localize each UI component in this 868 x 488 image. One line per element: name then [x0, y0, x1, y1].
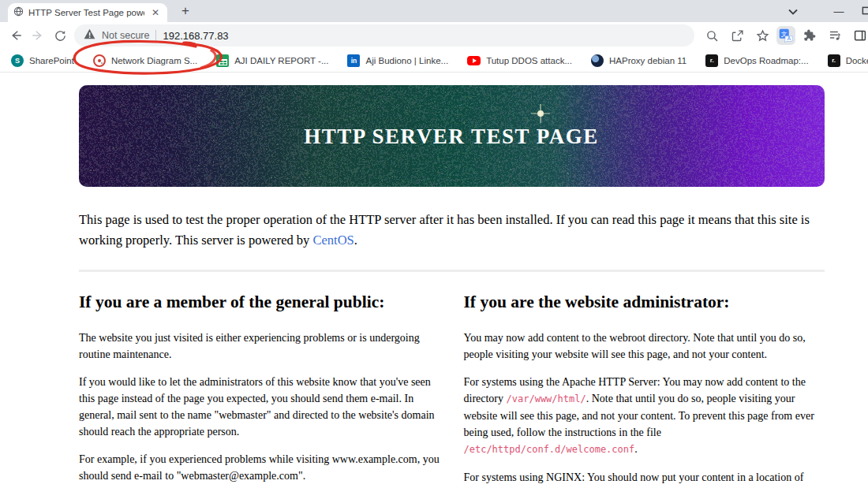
- sharepoint-icon: S: [11, 54, 24, 67]
- welcome-conf-code: /etc/httpd/conf.d/welcome.conf: [464, 444, 635, 455]
- general-public-p2: If you would like to let the administrat…: [79, 374, 440, 440]
- bookmark-docker-roadmap[interactable]: r. Docker Roadmap -...: [828, 54, 868, 67]
- google-translate-icon[interactable]: 文A: [776, 26, 795, 45]
- share-icon[interactable]: [726, 24, 748, 47]
- address-bar[interactable]: Not secure 192.168.77.83: [74, 24, 694, 47]
- apache-path-code: /var/www/html/: [507, 393, 586, 404]
- url-text: 192.168.77.83: [163, 30, 228, 42]
- maximize-button[interactable]: [852, 6, 868, 17]
- bookmark-sharepoint[interactable]: S SharePoint: [11, 54, 74, 67]
- toolbar: Not secure 192.168.77.83 文A: [0, 22, 868, 49]
- two-column-section: If you are a member of the general publi…: [79, 292, 825, 488]
- general-public-heading: If you are a member of the general publi…: [79, 292, 440, 312]
- linkedin-icon: in: [347, 54, 360, 67]
- minimize-button[interactable]: —: [825, 6, 852, 17]
- bookmark-label: Aji Budiono | Linke...: [365, 56, 448, 65]
- banner-title: HTTP SERVER TEST PAGE: [304, 125, 598, 148]
- search-icon[interactable]: [701, 24, 723, 47]
- extensions-puzzle-icon[interactable]: [799, 24, 821, 47]
- security-label: Not secure: [102, 30, 149, 41]
- forward-icon[interactable]: [27, 24, 49, 47]
- side-panel-icon[interactable]: [849, 24, 868, 47]
- tab-close-icon[interactable]: ✕: [149, 7, 162, 18]
- url-divider: [155, 30, 156, 41]
- tab-search-chevron-icon[interactable]: [780, 6, 806, 17]
- tab-strip: HTTP Server Test Page powered ✕ + —: [0, 0, 868, 22]
- window-controls: —: [780, 0, 868, 22]
- administrator-column: If you are the website administrator: Yo…: [464, 292, 825, 488]
- media-playlist-icon[interactable]: [824, 24, 846, 47]
- administrator-p3-nginx: For systems using NGINX: You should now …: [464, 469, 825, 488]
- bookmark-linkedin[interactable]: in Aji Budiono | Linke...: [347, 54, 448, 67]
- not-secure-warning-icon: [84, 28, 95, 43]
- new-tab-button[interactable]: +: [177, 2, 194, 20]
- horizontal-rule: [79, 270, 825, 272]
- bookmark-aji-daily-report[interactable]: AJI DAILY REPORT -...: [216, 54, 328, 67]
- svg-text:A: A: [788, 35, 791, 41]
- nginx-text: For systems using NGINX: You should now …: [464, 471, 804, 488]
- intro-text-end: .: [354, 233, 357, 248]
- haproxy-icon: [591, 54, 604, 67]
- bookmark-network-diagram[interactable]: Network Diagram S...: [93, 54, 197, 67]
- google-sheets-icon: [216, 54, 229, 67]
- general-public-column: If you are a member of the general publi…: [79, 292, 440, 488]
- banner-image: HTTP SERVER TEST PAGE: [79, 85, 825, 187]
- page-content: HTTP SERVER TEST PAGE This page is used …: [0, 73, 868, 488]
- toolbar-right-icons: 文A: [701, 24, 863, 47]
- reload-icon[interactable]: [49, 24, 71, 47]
- bookmark-label: AJI DAILY REPORT -...: [234, 56, 328, 65]
- bookmark-label: DevOps Roadmap:...: [724, 56, 808, 65]
- bookmark-label: Network Diagram S...: [111, 56, 197, 65]
- network-diagram-icon: [93, 54, 106, 67]
- roadmap-icon: r.: [705, 54, 718, 67]
- tab-title: HTTP Server Test Page powered: [28, 8, 144, 17]
- bookmark-label: Tutup DDOS attack...: [486, 56, 572, 65]
- bookmarks-bar: S SharePoint Network Diagram S... AJI DA…: [0, 49, 868, 73]
- apache-text-3: .: [634, 443, 638, 455]
- administrator-heading: If you are the website administrator:: [464, 292, 825, 312]
- bookmark-label: SharePoint: [29, 56, 74, 65]
- bookmark-star-icon[interactable]: [751, 24, 773, 47]
- bookmark-label: Docker Roadmap -...: [846, 56, 868, 65]
- bookmark-devops-roadmap[interactable]: r. DevOps Roadmap:...: [705, 54, 808, 67]
- globe-favicon-icon: [13, 6, 24, 20]
- browser-window: HTTP Server Test Page powered ✕ + —: [0, 0, 868, 488]
- back-icon[interactable]: [5, 24, 27, 47]
- administrator-p2-apache: For systems using the Apache HTTP Server…: [464, 374, 825, 458]
- general-public-p1: The website you just visited is either e…: [79, 330, 440, 363]
- bookmark-label: HAProxy debian 11: [609, 56, 687, 65]
- bookmark-haproxy[interactable]: HAProxy debian 11: [591, 54, 687, 67]
- general-public-p3: For example, if you experienced problems…: [79, 451, 440, 484]
- bookmark-youtube-ddos[interactable]: Tutup DDOS attack...: [467, 56, 572, 65]
- tab-http-server-test-page[interactable]: HTTP Server Test Page powered ✕: [8, 3, 167, 22]
- intro-paragraph: This page is used to test the proper ope…: [79, 210, 825, 251]
- youtube-icon: [467, 56, 481, 65]
- administrator-p1: You may now add content to the webroot d…: [464, 330, 825, 363]
- roadmap-icon: r.: [828, 54, 840, 67]
- intro-text: This page is used to test the proper ope…: [79, 212, 810, 248]
- centos-link[interactable]: CentOS: [312, 233, 354, 248]
